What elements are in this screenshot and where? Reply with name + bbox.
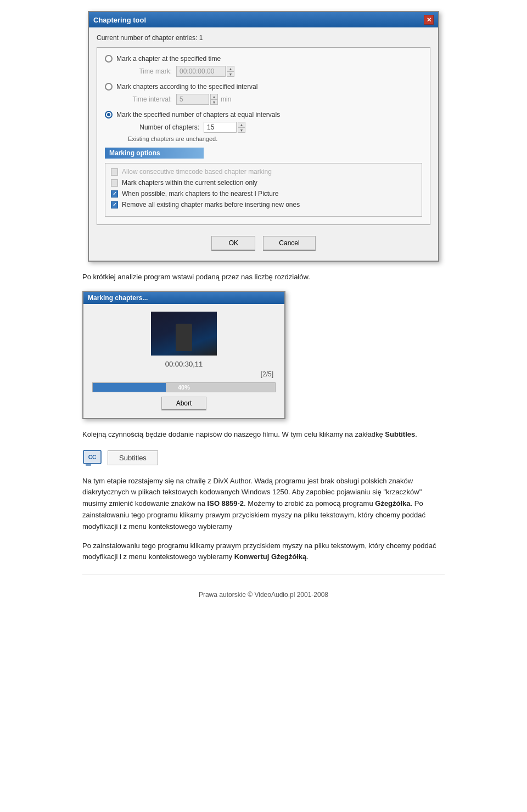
marking-options-header: Marking options — [105, 148, 204, 159]
marking-options-box: Allow consecutive timecode based chapter… — [105, 163, 422, 217]
options-group: Mark a chapter at the specified time Tim… — [97, 47, 430, 225]
checkbox4[interactable] — [111, 201, 118, 208]
checkbox2-row[interactable]: Mark chapters within the current selecti… — [111, 179, 416, 187]
subtitles-bold: Subtitles — [385, 430, 415, 438]
checkbox2-label: Mark chapters within the current selecti… — [122, 179, 257, 187]
option2-row[interactable]: Mark chapters according to the specified… — [105, 82, 422, 105]
checkbox3-label: When possible, mark chapters to the near… — [122, 190, 278, 198]
interval-unit: min — [221, 95, 231, 103]
interval-input — [176, 94, 209, 105]
dialog-close-button[interactable]: ✕ — [424, 15, 434, 25]
abort-button[interactable]: Abort — [161, 397, 207, 410]
timecode-display: 00:00:30,11 — [165, 360, 203, 368]
gzegzolka-bold: Gżegżółka — [375, 499, 410, 507]
subtitles-row: CC Subtitles — [82, 448, 445, 468]
timemark-spin-down: ▼ — [227, 71, 234, 77]
progress-dialog: Marking chapters... 00:00:30,11 [2/5] 40… — [82, 291, 285, 419]
subtitles-icon: CC — [82, 448, 102, 468]
option1-row[interactable]: Mark a chapter at the specified time Tim… — [105, 54, 422, 77]
timemark-label: Time mark: — [128, 67, 172, 75]
dialog-titlebar: Chaptering tool ✕ — [89, 12, 438, 27]
dialog-info-line: Current number of chapter entries: 1 — [97, 34, 430, 42]
timemark-spin-up: ▲ — [227, 66, 234, 71]
paragraph3-final: . — [306, 552, 309, 561]
paragraph3: Na tym etapie rozstajemy się na chwilę z… — [82, 476, 445, 533]
interval-spin-up: ▲ — [210, 94, 218, 99]
chapters-note: Existing chapters are unchanged. — [128, 136, 280, 142]
checkbox1[interactable] — [111, 168, 118, 176]
timemark-input — [176, 66, 226, 77]
ok-button[interactable]: OK — [211, 236, 255, 251]
chapters-spin-down[interactable]: ▼ — [238, 127, 245, 133]
progress-bar: 40% — [92, 382, 276, 392]
option2-radio[interactable] — [105, 83, 113, 91]
progress-label: 40% — [93, 383, 275, 392]
checkbox4-row[interactable]: Remove all existing chapter marks before… — [111, 201, 416, 208]
progress-title: Marking chapters... — [88, 294, 148, 302]
option3-label: Mark the specified number of chapters at… — [116, 111, 280, 119]
chapters-input[interactable] — [204, 122, 237, 133]
option1-radio[interactable] — [105, 55, 113, 63]
footer-text: Prawa autorskie © VideoAudio.pl 2001-200… — [199, 591, 328, 599]
frame-indicator: [2/5] — [261, 370, 273, 378]
svg-rect-3 — [86, 464, 91, 466]
checkbox1-label: Allow consecutive timecode based chapter… — [122, 168, 272, 176]
chaptering-dialog: Chaptering tool ✕ Current number of chap… — [88, 11, 439, 262]
chapters-spin-up[interactable]: ▲ — [238, 122, 245, 127]
dialog-title: Chaptering tool — [93, 16, 146, 24]
checkbox4-label: Remove all existing chapter marks before… — [122, 201, 300, 208]
checkbox2[interactable] — [111, 179, 118, 187]
konwertuj-bold: Konwertuj Gżegżółką — [234, 552, 306, 561]
dialog-buttons: OK Cancel — [97, 230, 430, 253]
video-thumbnail — [151, 312, 217, 356]
svg-text:CC: CC — [88, 454, 96, 460]
paragraph1: Po krótkiej analizie program wstawi poda… — [82, 272, 445, 283]
option3-row[interactable]: Mark the specified number of chapters at… — [105, 110, 422, 142]
subtitles-tab-label[interactable]: Subtitles — [108, 450, 158, 465]
checkbox1-row[interactable]: Allow consecutive timecode based chapter… — [111, 168, 416, 176]
paragraph2: Kolejną czynnością będzie dodanie napisó… — [82, 429, 445, 441]
checkbox3[interactable] — [111, 190, 118, 198]
option3-radio[interactable] — [105, 111, 113, 119]
option2-label: Mark chapters according to the specified… — [116, 83, 257, 91]
interval-label: Time interval: — [128, 95, 172, 103]
page-footer: Prawa autorskie © VideoAudio.pl 2001-200… — [82, 574, 445, 604]
iso-bold: ISO 8859-2 — [208, 499, 244, 507]
cancel-button[interactable]: Cancel — [263, 236, 315, 251]
chapters-label: Number of chapters: — [128, 123, 199, 131]
interval-spin-down: ▼ — [210, 99, 218, 105]
progress-titlebar: Marking chapters... — [83, 292, 284, 304]
option1-label: Mark a chapter at the specified time — [116, 55, 221, 63]
paragraph3-cont: Po zainstalowaniu tego programu klikamy … — [82, 540, 445, 563]
checkbox3-row[interactable]: When possible, mark chapters to the near… — [111, 190, 416, 198]
